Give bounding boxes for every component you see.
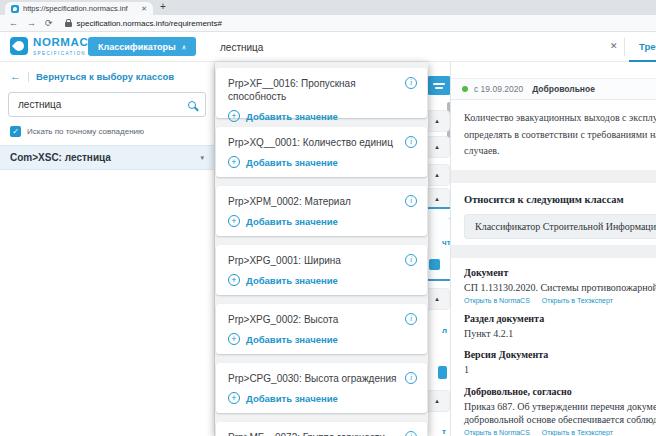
brand[interactable]: NORMACS SPECIFICATION xyxy=(10,37,97,56)
add-value-link[interactable]: + Добавить значение xyxy=(228,392,417,404)
new-tab-button[interactable]: + xyxy=(160,1,166,12)
settings-bar-icon xyxy=(433,83,445,85)
collapse-icon: ▴ xyxy=(435,143,439,151)
related-classes-heading: Относится к следующим классам xyxy=(464,194,656,205)
search-icon[interactable] xyxy=(188,101,196,109)
property-card[interactable]: Prp>XF__0016: Пропускная способность i +… xyxy=(216,68,427,118)
property-card[interactable]: Prp>XPG_0001: Ширина i + Добавить значен… xyxy=(216,245,427,295)
back-separator xyxy=(28,72,29,82)
button-fragment[interactable] xyxy=(429,259,440,270)
header-divider xyxy=(624,38,625,56)
property-title: Prp>XQ__0001: Количество единиц xyxy=(228,136,399,149)
info-icon[interactable]: i xyxy=(405,313,417,325)
back-icon[interactable]: ← xyxy=(9,18,18,28)
open-in-tehexpert-link[interactable]: Открыть в Техэксперт xyxy=(542,297,613,304)
classifiers-button-label: Классификаторы xyxy=(98,42,176,52)
add-value-link[interactable]: + Добавить значение xyxy=(228,156,417,168)
lock-icon xyxy=(65,22,72,27)
reload-icon[interactable]: ⟳ xyxy=(45,18,53,28)
classifiers-button[interactable]: Классификаторы ∧ xyxy=(88,37,196,56)
voluntary-label: Добровольное, согласно xyxy=(464,386,656,397)
chevron-down-icon: ▾ xyxy=(200,154,204,162)
section-gap xyxy=(451,245,656,258)
section-gap xyxy=(451,170,656,183)
plus-circle-icon: + xyxy=(228,333,240,345)
sidebar-search-box[interactable] xyxy=(8,92,206,117)
info-icon[interactable]: i xyxy=(405,254,417,266)
info-icon[interactable]: i xyxy=(405,136,417,148)
section-value: Пункт 4.2.1 xyxy=(464,327,656,341)
tab-requirements[interactable]: Требования xyxy=(629,32,656,62)
plus-circle-icon: + xyxy=(228,156,240,168)
column-settings-button[interactable] xyxy=(427,76,451,95)
settings-bar-icon xyxy=(435,87,443,89)
property-title: Prp>XPM_0002: Материал xyxy=(228,195,357,208)
status-bar: с 19.09.2020 Добровольное xyxy=(451,78,656,100)
info-icon[interactable]: i xyxy=(405,372,417,384)
plus-circle-icon: + xyxy=(228,274,240,286)
property-card[interactable]: Prp>XPG_0002: Высота i + Добавить значен… xyxy=(216,304,427,354)
forward-icon[interactable]: → xyxy=(27,18,36,28)
url-bar[interactable]: specification.normacs.info/requirements# xyxy=(65,19,222,28)
related-classes-section: Относится к следующим классам Классифика… xyxy=(451,183,656,245)
property-title: Prp>CPG_0030: Высота ограждения xyxy=(228,372,403,385)
browser-toolbar: ← → ⟳ specification.normacs.info/require… xyxy=(0,15,656,32)
info-icon[interactable]: i xyxy=(405,77,417,89)
add-value-link[interactable]: + Добавить значение xyxy=(228,215,417,227)
document-label: Документ xyxy=(464,267,656,278)
document-title: СП 1.13130.2020. Системы противопожарной… xyxy=(464,281,656,295)
property-title: Prp>XF__0016: Пропускная способность xyxy=(228,77,405,103)
back-to-classes-link[interactable]: ← Вернуться к выбору классов xyxy=(0,62,214,88)
section-label: Раздел документа xyxy=(464,313,656,324)
header-search-input[interactable] xyxy=(220,35,595,59)
detail-top-spacer xyxy=(451,62,656,78)
collapse-icon: ▴ xyxy=(435,397,439,405)
button-fragment[interactable] xyxy=(438,366,447,379)
open-in-tehexpert-link[interactable]: Открыть в Техэксперт xyxy=(542,429,613,436)
tab-close-icon[interactable]: ✕ xyxy=(141,5,147,13)
info-icon[interactable]: i xyxy=(405,431,417,436)
property-card[interactable]: Prp>XQ__0001: Количество единиц i + Доба… xyxy=(216,127,427,177)
sidebar-search-input[interactable] xyxy=(18,99,182,110)
caret-up-icon: ∧ xyxy=(182,43,186,50)
status-date: с 19.09.2020 xyxy=(474,84,523,94)
browser-tab[interactable]: https://specification.normacs.inf ✕ xyxy=(5,2,153,15)
plus-circle-icon: + xyxy=(228,392,240,404)
exact-match-label: Искать по точному совпадению xyxy=(27,127,144,136)
document-section: Документ СП 1.13130.2020. Системы против… xyxy=(451,258,656,436)
add-value-link[interactable]: + Добавить значение xyxy=(228,274,417,286)
properties-dropdown-panel: Prp>XF__0016: Пропускная способность i +… xyxy=(215,62,428,436)
version-value: 1 xyxy=(464,363,656,377)
back-link-label: Вернуться к выбору классов xyxy=(36,71,174,82)
classes-sidebar: ← Вернуться к выбору классов ✓ Искать по… xyxy=(0,62,215,436)
open-in-normacs-link[interactable]: Открыть в NormaCS xyxy=(464,297,530,304)
add-value-link[interactable]: + Добавить значение xyxy=(228,110,417,122)
requirement-detail-panel: с 19.09.2020 Добровольное Количество эва… xyxy=(451,62,656,436)
class-chip[interactable]: Классификатор Строительной Информации (К… xyxy=(464,214,656,239)
property-card[interactable]: Prp>XPM_0002: Материал i + Добавить знач… xyxy=(216,186,427,236)
property-card[interactable]: Prp>CPG_0030: Высота ограждения i + Доба… xyxy=(216,363,427,413)
status-type: Добровольное xyxy=(532,84,595,94)
selected-class-row[interactable]: Com>XSC: лестница ▾ xyxy=(0,145,214,170)
text-fragment: л xyxy=(442,326,447,335)
voluntary-text: Приказ 687. Об утверждении перечня докум… xyxy=(464,400,656,427)
collapse-icon: ▴ xyxy=(435,171,439,179)
info-icon[interactable]: i xyxy=(405,195,417,207)
open-in-normacs-link[interactable]: Открыть в NormaCS xyxy=(464,429,530,436)
property-title: Prp>XPG_0002: Высота xyxy=(228,313,344,326)
checkbox-checked-icon[interactable]: ✓ xyxy=(10,126,21,137)
property-card[interactable]: Prp>MF__0072: Группа горючести материала… xyxy=(216,422,427,436)
exact-match-checkbox-row[interactable]: ✓ Искать по точному совпадению xyxy=(0,117,214,145)
property-title: Prp>MF__0072: Группа горючести материала xyxy=(228,431,405,436)
property-title: Prp>XPG_0001: Ширина xyxy=(228,254,347,267)
plus-circle-icon: + xyxy=(228,110,240,122)
clear-search-icon[interactable]: ✕ xyxy=(610,41,618,51)
selected-class-label: Com>XSC: лестница xyxy=(10,152,111,163)
add-value-label: Добавить значение xyxy=(246,334,338,345)
url-text: specification.normacs.info/requirements# xyxy=(77,19,222,28)
site-favicon xyxy=(11,5,19,13)
add-value-label: Добавить значение xyxy=(246,216,338,227)
add-value-label: Добавить значение xyxy=(246,393,338,404)
collapse-icon: ▴ xyxy=(435,117,439,125)
add-value-link[interactable]: + Добавить значение xyxy=(228,333,417,345)
